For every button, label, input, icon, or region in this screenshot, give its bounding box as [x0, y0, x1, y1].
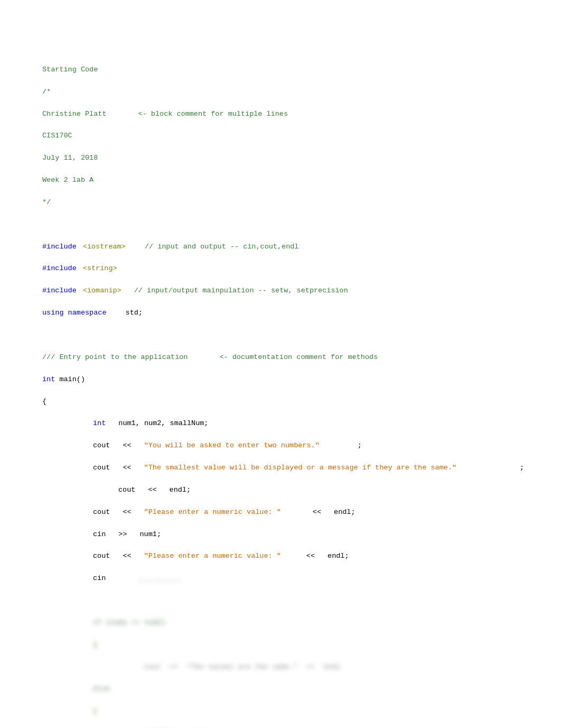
line-include1: #include<iostream>// input and output --…: [42, 242, 519, 253]
line-blurred3: cout << "The values are the same." << en…: [42, 662, 519, 673]
code-container: Starting Code /* Christine Platt<- block…: [42, 42, 519, 728]
line-include2: #include<string>: [42, 263, 519, 274]
line-blurred5: {: [42, 706, 519, 717]
line-blank3: [42, 595, 519, 606]
line-title: Starting Code: [42, 64, 519, 76]
line-entry-comment: /// Entry point to the application<- doc…: [42, 352, 519, 363]
line-brace-open: {: [42, 397, 519, 408]
line-comment-open: /*: [42, 87, 519, 98]
line-cout-endl: cout << endl;: [42, 485, 519, 496]
line-include3: #include<iomanip>// input/output mainpul…: [42, 285, 519, 297]
line-int-main: int main(): [42, 374, 519, 385]
line-author: Christine Platt<- block comment for mult…: [42, 109, 519, 120]
line-blurred2: {: [42, 640, 519, 651]
line-blank1: [42, 219, 519, 231]
line-cin1: cin >> num1;: [42, 529, 519, 540]
line-using: using namespacestd;: [42, 308, 519, 319]
line-cin2: cin__________: [42, 573, 519, 584]
line-cout4: cout << "Please enter a numeric value: "…: [42, 551, 519, 562]
line-cout2: cout << "The smallest value will be disp…: [42, 463, 519, 474]
line-cout1: cout << "You will be asked to enter two …: [42, 440, 519, 451]
line-blurred1: if (num1 == num2): [42, 618, 519, 629]
line-blank2: [42, 330, 519, 341]
line-cout3: cout << "Please enter a numeric value: "…: [42, 507, 519, 518]
line-date: July 11, 2018: [42, 153, 519, 164]
line-vars: int num1, num2, smallNum;: [42, 418, 519, 429]
line-comment-close: */: [42, 197, 519, 208]
line-week: Week 2 lab A: [42, 175, 519, 186]
line-blurred4: else: [42, 684, 519, 695]
line-course: CIS170C: [42, 131, 519, 142]
